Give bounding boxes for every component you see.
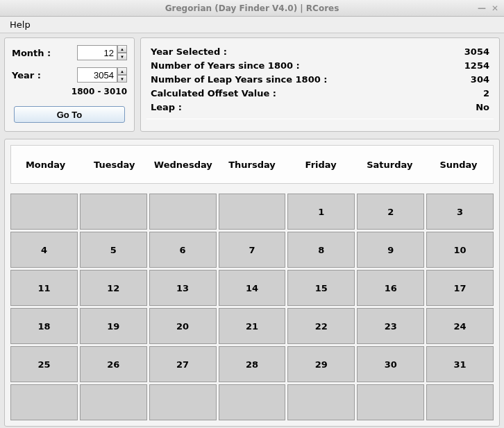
calendar-cell: 3 [426,194,494,230]
year-up-button[interactable]: ▲ [117,67,127,75]
window-title: Gregorian (Day Finder V4.0) | RCores [165,3,339,13]
years-since-value: 1254 [464,59,489,73]
leap-years-value: 304 [471,73,489,87]
menu-help[interactable]: Help [6,18,35,31]
window-titlebar: Gregorian (Day Finder V4.0) | RCores — ✕ [0,0,504,17]
year-range-hint: 1800 - 3010 [12,87,127,96]
calendar-cell: 6 [149,232,217,268]
year-selected-label: Year Selected : [151,45,227,59]
calendar-cell [149,384,217,420]
close-icon[interactable]: ✕ [492,3,498,13]
calendar-cell [10,384,78,420]
offset-value: 2 [483,87,489,101]
month-up-button[interactable]: ▲ [117,45,127,53]
calendar-header: Wednesday [149,146,217,183]
calendar-cell: 26 [80,346,147,382]
month-label: Month : [12,48,55,58]
input-panel: Month : ▲ ▼ Year : ▲ ▼ [4,37,135,132]
calendar-header: Tuesday [80,146,149,183]
calendar-header: Saturday [355,146,424,183]
calendar-cell: 14 [219,270,286,306]
minimize-icon[interactable]: — [478,3,486,13]
calendar-cell: 30 [357,346,424,382]
calendar-cell: 27 [149,346,217,382]
calendar-cell: 29 [287,346,355,382]
calendar-cell: 18 [10,308,78,344]
calendar-cell [80,194,147,230]
month-down-button[interactable]: ▼ [117,53,127,60]
calendar-cell: 23 [357,308,424,344]
calendar-cell: 9 [357,232,424,268]
calendar-cell: 4 [10,232,78,268]
calendar-cell [219,384,286,420]
year-down-button[interactable]: ▼ [117,75,127,83]
calendar-cell: 24 [426,308,494,344]
calendar-cell: 2 [357,194,424,230]
calendar-header: Sunday [424,146,493,183]
calendar-panel: Monday Tuesday Wednesday Thursday Friday… [4,139,500,427]
calendar-cell: 13 [149,270,217,306]
calendar-cell: 19 [80,308,147,344]
calendar-grid: 1234567891011121314151617181920212223242… [10,194,494,420]
calendar-cell: 8 [287,232,355,268]
calendar-header: Thursday [217,146,286,183]
calendar-cell [10,194,78,230]
calendar-cell [219,194,286,230]
leap-label: Leap : [151,101,182,114]
calendar-cell [357,384,424,420]
calendar-cell: 1 [287,194,355,230]
calendar-cell: 16 [357,270,424,306]
goto-button[interactable]: Go To [14,106,125,123]
year-selected-value: 3054 [464,45,489,59]
years-since-label: Number of Years since 1800 : [151,59,300,73]
offset-label: Calculated Offset Value : [151,87,276,101]
year-input[interactable] [77,67,117,83]
calendar-cell [149,194,217,230]
calendar-cell: 31 [426,346,494,382]
year-spinner[interactable]: ▲ ▼ [77,67,127,83]
calendar-cell: 11 [10,270,78,306]
calendar-cell: 25 [10,346,78,382]
calendar-header: Monday [11,146,80,183]
calendar-cell: 12 [80,270,147,306]
info-separator [146,119,494,119]
leap-years-label: Number of Leap Years since 1800 : [151,73,327,87]
calendar-cell: 7 [219,232,286,268]
calendar-cell: 15 [287,270,355,306]
calendar-header: Friday [287,146,355,183]
calendar-cell [80,384,147,420]
leap-value: No [476,101,489,114]
calendar-cell: 22 [287,308,355,344]
menubar: Help [0,17,504,33]
info-panel: Year Selected : 3054 Number of Years sin… [140,37,500,132]
year-label: Year : [12,70,55,80]
calendar-cell: 28 [219,346,286,382]
calendar-cell [426,384,494,420]
calendar-cell: 20 [149,308,217,344]
calendar-header-row: Monday Tuesday Wednesday Thursday Friday… [10,145,494,184]
month-input[interactable] [77,45,117,60]
calendar-cell: 5 [80,232,147,268]
month-spinner[interactable]: ▲ ▼ [77,45,127,60]
calendar-cell [287,384,355,420]
calendar-cell: 21 [219,308,286,344]
calendar-cell: 17 [426,270,494,306]
calendar-cell: 10 [426,232,494,268]
